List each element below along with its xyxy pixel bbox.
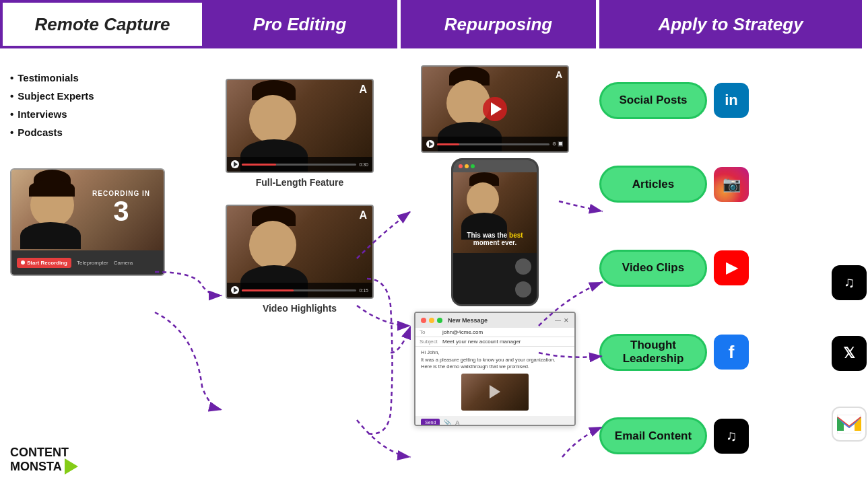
play-btn-2[interactable] (231, 286, 239, 294)
play-triangle-overlay (491, 102, 502, 116)
facebook-letter: f (729, 342, 735, 363)
bullet-testimonials: Testimonials (10, 69, 192, 87)
output-social-posts: Social Posts (599, 82, 707, 119)
video-full-length: A 0:30 (226, 79, 374, 173)
output-video-clips-label: Video Clips (622, 261, 684, 275)
play-triangle-2 (234, 287, 238, 293)
play-btn-1[interactable] (231, 160, 239, 168)
facebook-icon[interactable]: f (714, 335, 749, 370)
rec-dot (21, 260, 25, 265)
progress-fill-2 (242, 289, 294, 291)
logo-text-2: MONSTA (10, 458, 78, 475)
phone-comment-icon (515, 281, 531, 298)
output-email-content-label: Email Content (615, 429, 692, 443)
recording-face-bg: RECORDING IN 3 (11, 170, 164, 250)
output-video-clips: Video Clips (599, 250, 707, 287)
tiktok-note: ♫ (844, 274, 855, 291)
email-max-dot (437, 318, 442, 323)
col-remote-capture: Testimonials Subject Experts Interviews … (0, 48, 202, 488)
email-format-icon: A (455, 419, 459, 426)
email-footer: Send 📎 A (415, 416, 574, 427)
time-1: 0:30 (359, 162, 368, 167)
output-articles: Articles (599, 166, 707, 203)
youtube-icon[interactable]: ▶ (714, 250, 749, 285)
x-twitter-icon[interactable]: 𝕏 (832, 336, 867, 371)
email-video-embed (461, 374, 529, 411)
play-triangle-1 (234, 162, 238, 167)
strategy-row-1: Social Posts in (599, 82, 749, 119)
video1-label: Full-Length Feature (226, 177, 374, 188)
tiktok-icon-2[interactable]: ♫ (832, 265, 867, 300)
progress-bar-2 (242, 289, 356, 291)
send-button[interactable]: Send (421, 419, 440, 426)
progress-fill-1 (242, 164, 276, 166)
email-to-label: To (420, 329, 440, 335)
header-col-3: Repurposing (401, 0, 596, 48)
highlight-word: best (509, 232, 523, 239)
output-email-content: Email Content (599, 417, 707, 454)
phone-title-bar (453, 160, 537, 172)
video2-container: A 0:15 Video Highlights (226, 205, 374, 314)
email-attach-icon: 📎 (444, 419, 451, 426)
email-body-text: Hi John,It was a pleasure getting to kno… (421, 349, 569, 371)
strategy-row-3: Video Clips ▶ (599, 250, 749, 287)
strategy-row-4: Thought Leadership f (599, 334, 749, 371)
phone-min-dot (465, 164, 469, 168)
logo-text-1: CONTENT (10, 446, 78, 458)
output-social-posts-label: Social Posts (619, 94, 687, 107)
video2-label: Video Highlights (226, 303, 374, 314)
bullet-list: Testimonials Subject Experts Interviews … (10, 62, 192, 148)
play-btn-rv[interactable] (426, 140, 434, 148)
header-title-2: Pro Editing (253, 14, 347, 35)
email-title-bar: New Message — ✕ (415, 313, 574, 328)
instagram-symbol: 📷 (723, 176, 741, 193)
email-to-field: To john@4cme.com (415, 328, 574, 337)
video-logo-2: A (359, 209, 367, 221)
recording-toolbar: Start Recording Teleprompter Camera (11, 250, 164, 275)
toolbar-teleprompter: Teleprompter (77, 260, 108, 266)
output-thought-label: Thought (630, 339, 676, 352)
linkedin-icon[interactable]: in (714, 83, 749, 118)
bullet-podcasts: Podcasts (10, 123, 192, 141)
video-controls-1: 0:30 (227, 157, 372, 172)
video-highlights: A 0:15 (226, 205, 374, 299)
instagram-icon[interactable]: 📷 (714, 167, 749, 202)
email-close-dot (421, 318, 426, 323)
email-subject-value: Meet your new account manager (442, 339, 521, 345)
rec-number: 3 (92, 197, 150, 225)
time-2: 0:15 (359, 288, 368, 293)
linkedin-letter: in (725, 92, 738, 109)
content-monsta-logo: CONTENT MONSTA (10, 446, 78, 475)
progress-fill-rv (437, 143, 459, 145)
recording-countdown: RECORDING IN 3 (92, 190, 150, 225)
email-subject-field: Subject Meet your new account manager (415, 337, 574, 347)
output-leadership-label: Leadership (623, 352, 684, 365)
main-content: Testimonials Subject Experts Interviews … (0, 48, 868, 488)
header-col-1: Remote Capture (0, 0, 202, 48)
header-title-3: Repurposing (444, 14, 552, 35)
start-recording-label: Start Recording (27, 260, 67, 266)
toolbar-camera: Camera (114, 260, 133, 266)
extra-social-icons: ♫ 𝕏 (832, 55, 867, 459)
email-screen: New Message — ✕ To john@4cme.com Subject… (414, 312, 576, 426)
play-overlay[interactable] (483, 97, 507, 121)
repurpose-video-controls: ⚙ 🔲 (422, 137, 568, 151)
tiktok-symbol: ♫ (726, 427, 737, 445)
phone-heart-icon (515, 258, 531, 275)
gmail-icon[interactable] (832, 407, 867, 442)
progress-bar-1 (242, 164, 356, 166)
email-min-dot (429, 318, 434, 323)
header-col-4: Apply to Strategy (599, 0, 862, 48)
phone-close-dot (459, 164, 463, 168)
recording-screen: RECORDING IN 3 Start Recording Telepromp… (10, 168, 165, 276)
video-controls-2: 0:15 (227, 283, 372, 298)
tiktok-icon[interactable]: ♫ (714, 419, 749, 454)
repurpose-video-1: A ⚙ 🔲 (421, 65, 569, 153)
header-title-4: Apply to Strategy (658, 14, 803, 35)
x-letter: 𝕏 (843, 345, 855, 362)
email-subject-label: Subject (420, 339, 440, 345)
bullet-subject-experts: Subject Experts (10, 87, 192, 105)
phone-screen: This was the bestmoment ever. (451, 158, 539, 306)
phone-max-dot (471, 164, 475, 168)
start-recording-btn[interactable]: Start Recording (17, 258, 71, 268)
